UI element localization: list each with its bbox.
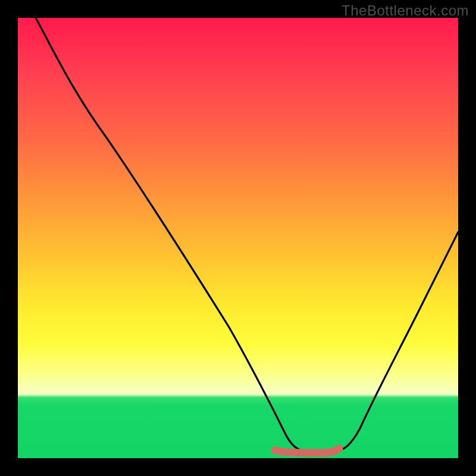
plot-area bbox=[18, 18, 458, 458]
watermark-text: TheBottleneck.com bbox=[342, 2, 469, 19]
chart-svg bbox=[18, 18, 458, 458]
chart-container: TheBottleneck.com bbox=[0, 0, 476, 476]
flat-highlight bbox=[275, 449, 339, 453]
curve-line bbox=[36, 18, 458, 452]
